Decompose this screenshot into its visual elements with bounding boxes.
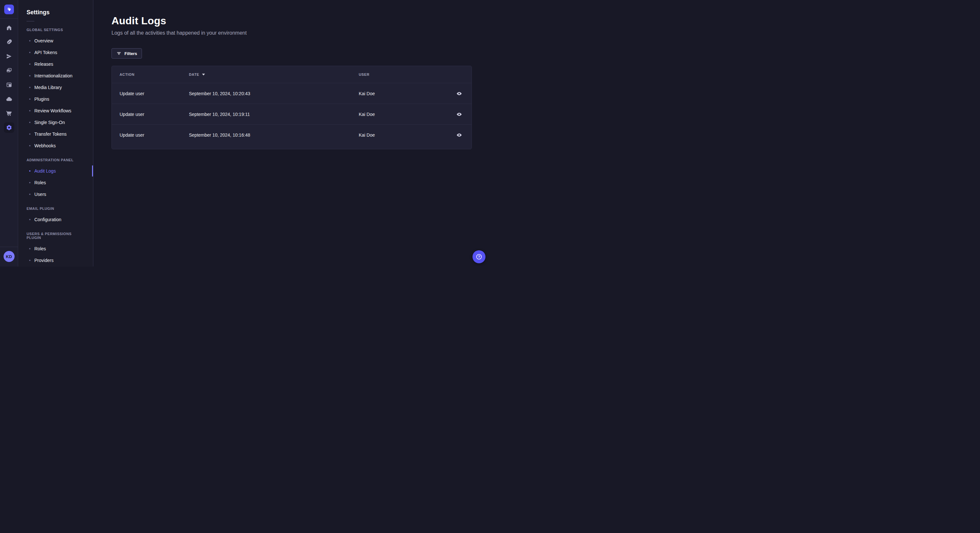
table-header-row: ACTION DATE USER xyxy=(112,66,471,83)
filter-icon xyxy=(116,51,121,56)
page-title: Audit Logs xyxy=(111,15,472,27)
paper-plane-icon[interactable] xyxy=(4,51,14,62)
active-item-indicator xyxy=(92,165,93,176)
main-content: Audit Logs Logs of all the activities th… xyxy=(93,0,490,266)
sidebar-item-label: Review Workflows xyxy=(34,108,71,114)
sidebar-item-label: API Tokens xyxy=(34,49,57,56)
bullet-icon xyxy=(29,87,30,88)
sidebar-item-label: Providers xyxy=(34,257,54,263)
sidebar-item-label: Transfer Tokens xyxy=(34,131,67,137)
sidebar-section-administration-panel: ADMINISTRATION PANEL Audit Logs Roles Us… xyxy=(18,152,93,200)
table-row[interactable]: Update user September 10, 2024, 10:19:11… xyxy=(112,104,471,124)
rail-divider xyxy=(0,247,18,247)
bullet-icon xyxy=(29,110,30,111)
cloud-icon[interactable] xyxy=(4,94,14,104)
sidebar-title: Settings xyxy=(18,8,93,16)
cell-date: September 10, 2024, 10:20:43 xyxy=(189,91,359,96)
bullet-icon xyxy=(29,75,30,76)
bullet-icon xyxy=(29,98,30,100)
sidebar-item-users[interactable]: Users xyxy=(18,189,93,200)
table-row[interactable]: Update user September 10, 2024, 10:20:43… xyxy=(112,83,471,104)
sidebar-item-roles[interactable]: Roles xyxy=(18,177,93,189)
sidebar-item-label: Roles xyxy=(34,246,46,252)
sidebar-item-label: Webhooks xyxy=(34,143,56,149)
question-mark-icon: ? xyxy=(476,253,482,260)
bullet-icon xyxy=(29,219,30,220)
strapi-logo-icon xyxy=(6,6,12,13)
table-row[interactable]: Update user September 10, 2024, 10:16:48… xyxy=(112,124,471,145)
help-button[interactable]: ? xyxy=(473,250,485,263)
rail-bottom: KD xyxy=(0,247,18,266)
section-label: USERS & PERMISSIONS PLUGIN xyxy=(18,225,93,243)
sidebar-item-label: Roles xyxy=(34,179,46,186)
sidebar-section-users-permissions-plugin: USERS & PERMISSIONS PLUGIN Roles Provide… xyxy=(18,225,93,266)
sidebar-item-label: Internationalization xyxy=(34,73,73,79)
sidebar-item-up-roles[interactable]: Roles xyxy=(18,243,93,254)
filters-button[interactable]: Filters xyxy=(111,48,142,59)
cell-action: Update user xyxy=(119,112,189,117)
main-nav-rail: KD xyxy=(0,0,18,266)
column-header-date-label: DATE xyxy=(189,73,199,76)
strapi-logo[interactable] xyxy=(4,5,14,14)
eye-icon[interactable] xyxy=(455,89,464,98)
sidebar-item-releases[interactable]: Releases xyxy=(18,58,93,70)
cell-user: Kai Doe xyxy=(359,112,445,117)
sidebar-item-label: Overview xyxy=(34,38,53,44)
column-header-user: USER xyxy=(359,73,445,76)
gear-icon[interactable] xyxy=(4,122,14,133)
sidebar-item-label: Configuration xyxy=(34,216,61,223)
page-subtitle: Logs of all the activities that happened… xyxy=(111,30,472,36)
filters-button-label: Filters xyxy=(124,51,137,56)
app-window: KD Settings GLOBAL SETTINGS Overview API… xyxy=(0,0,490,266)
home-icon[interactable] xyxy=(4,23,14,33)
sidebar-item-internationalization[interactable]: Internationalization xyxy=(18,70,93,82)
sidebar-item-media-library[interactable]: Media Library xyxy=(18,82,93,93)
sidebar-item-single-sign-on[interactable]: Single Sign-On xyxy=(18,117,93,128)
avatar[interactable]: KD xyxy=(3,251,14,262)
sidebar-item-label: Single Sign-On xyxy=(34,119,65,125)
bullet-icon xyxy=(29,63,30,65)
sidebar-item-label: Plugins xyxy=(34,96,49,102)
sidebar-item-transfer-tokens[interactable]: Transfer Tokens xyxy=(18,128,93,140)
rail-nav-icons xyxy=(4,23,14,133)
section-label: EMAIL PLUGIN xyxy=(18,200,93,214)
cell-date: September 10, 2024, 10:16:48 xyxy=(189,132,359,138)
sidebar-item-label: Users xyxy=(34,191,46,198)
cell-action: Update user xyxy=(119,91,189,96)
cell-date: September 10, 2024, 10:19:11 xyxy=(189,112,359,117)
sidebar-section-global-settings: GLOBAL SETTINGS Overview API Tokens Rele… xyxy=(18,21,93,152)
sidebar-item-audit-logs[interactable]: Audit Logs xyxy=(18,165,93,177)
sidebar-section-email-plugin: EMAIL PLUGIN Configuration xyxy=(18,200,93,225)
bullet-icon xyxy=(29,145,30,146)
layout-icon[interactable] xyxy=(4,80,14,90)
sidebar-item-configuration[interactable]: Configuration xyxy=(18,214,93,225)
bullet-icon xyxy=(29,260,30,261)
bullet-icon xyxy=(29,52,30,53)
column-header-date[interactable]: DATE xyxy=(189,73,359,76)
cart-icon[interactable] xyxy=(4,108,14,119)
eye-icon[interactable] xyxy=(455,110,464,119)
bullet-icon xyxy=(29,248,30,249)
logo-area xyxy=(0,0,18,19)
sidebar-item-overview[interactable]: Overview xyxy=(18,35,93,47)
sidebar-item-webhooks[interactable]: Webhooks xyxy=(18,140,93,152)
sidebar-item-plugins[interactable]: Plugins xyxy=(18,93,93,105)
svg-text:?: ? xyxy=(478,255,480,259)
cell-user: Kai Doe xyxy=(359,132,445,138)
sort-descending-icon xyxy=(202,73,205,76)
feather-icon[interactable] xyxy=(4,37,14,47)
cell-action: Update user xyxy=(119,132,189,138)
eye-icon[interactable] xyxy=(455,130,464,140)
section-label: ADMINISTRATION PANEL xyxy=(18,152,93,165)
bullet-icon xyxy=(29,170,30,171)
cell-user: Kai Doe xyxy=(359,91,445,96)
sidebar-item-label: Media Library xyxy=(34,84,62,90)
pictures-icon[interactable] xyxy=(4,65,14,76)
bullet-icon xyxy=(29,182,30,183)
audit-logs-table: ACTION DATE USER Update user September 1… xyxy=(111,66,472,149)
sidebar-item-review-workflows[interactable]: Review Workflows xyxy=(18,105,93,117)
sidebar-item-api-tokens[interactable]: API Tokens xyxy=(18,47,93,58)
sidebar-item-providers[interactable]: Providers xyxy=(18,254,93,266)
bullet-icon xyxy=(29,122,30,123)
bullet-icon xyxy=(29,40,30,41)
